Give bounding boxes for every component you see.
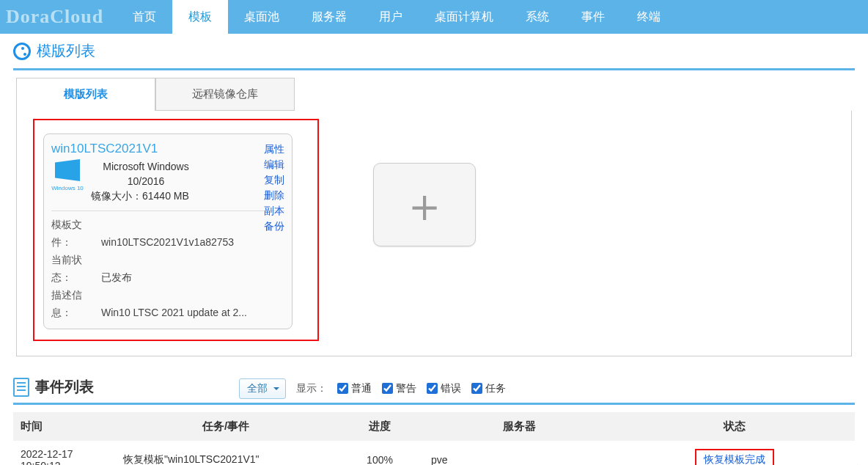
cell-progress: 100% xyxy=(336,441,424,465)
template-state: 已发布 xyxy=(101,271,132,283)
tab-template-list[interactable]: 模版列表 xyxy=(16,78,155,111)
template-name: win10LTSC2021V1 xyxy=(51,142,158,156)
filter-select[interactable]: 全部 xyxy=(239,378,286,399)
action-backup[interactable]: 备份 xyxy=(264,219,284,234)
action-edit[interactable]: 编辑 xyxy=(264,157,284,172)
cell-time: 2022-12-17 19:50:12 xyxy=(13,441,116,465)
nav-desktops[interactable]: 桌面计算机 xyxy=(419,0,510,34)
template-card[interactable]: win10LTSC2021V1 属性 编辑 复制 删除 副本 备份 Window… xyxy=(43,133,293,329)
checkbox-normal[interactable]: 普通 xyxy=(337,382,372,395)
action-properties[interactable]: 属性 xyxy=(264,142,284,157)
col-time: 时间 xyxy=(13,412,116,441)
template-desc: Win10 LTSC 2021 update at 2... xyxy=(101,307,247,318)
page-title: 模版列表 xyxy=(37,41,95,61)
nav-templates[interactable]: 模板 xyxy=(172,0,228,34)
col-status: 状态 xyxy=(614,412,855,441)
nav-desktop-pool[interactable]: 桌面池 xyxy=(228,0,295,34)
cell-task: 恢复模板"win10LTSC2021V1" xyxy=(116,441,336,465)
table-row[interactable]: 2022-12-17 19:50:12 恢复模板"win10LTSC2021V1… xyxy=(13,441,855,465)
nav-users[interactable]: 用户 xyxy=(363,0,419,34)
events-title: 事件列表 xyxy=(35,377,94,397)
tab-remote-repo[interactable]: 远程镜像仓库 xyxy=(155,78,295,111)
divider xyxy=(13,68,855,70)
nav-system[interactable]: 系统 xyxy=(510,0,565,34)
windows-icon: Windows 10 xyxy=(51,159,84,191)
events-table: 时间 任务/事件 进度 服务器 状态 2022-12-17 19:50:12 恢… xyxy=(13,412,855,465)
checkbox-error[interactable]: 错误 xyxy=(427,382,461,395)
action-delete[interactable]: 删除 xyxy=(264,188,284,203)
add-template-button[interactable]: ＋ xyxy=(373,163,476,246)
card-actions: 属性 编辑 复制 删除 副本 备份 xyxy=(264,142,284,234)
os-name: Microsoft Windows 10/2016 xyxy=(91,159,201,188)
nav-events[interactable]: 事件 xyxy=(565,0,621,34)
template-file: win10LTSC2021V1v1a82753 xyxy=(101,236,234,248)
action-replica[interactable]: 副本 xyxy=(264,203,284,219)
divider xyxy=(13,403,855,405)
image-size: 镜像大小：61440 MB xyxy=(91,188,201,203)
show-label: 显示： xyxy=(296,382,327,395)
cell-status: 恢复模板完成 xyxy=(614,441,855,465)
cell-server: pve xyxy=(424,441,614,465)
col-server: 服务器 xyxy=(424,412,614,441)
top-nav: DoraCloud 首页 模板 桌面池 服务器 用户 桌面计算机 系统 事件 终… xyxy=(0,0,868,34)
highlight-box: win10LTSC2021V1 属性 编辑 复制 删除 副本 备份 Window… xyxy=(33,119,319,341)
checkbox-task[interactable]: 任务 xyxy=(471,382,506,395)
nav-home[interactable]: 首页 xyxy=(117,0,172,34)
col-task: 任务/事件 xyxy=(116,412,336,441)
reel-icon xyxy=(13,43,31,60)
brand-logo: DoraCloud xyxy=(0,6,117,28)
nav-terminals[interactable]: 终端 xyxy=(621,0,677,34)
checkbox-warn[interactable]: 警告 xyxy=(382,382,416,395)
action-copy[interactable]: 复制 xyxy=(264,172,284,188)
col-progress: 进度 xyxy=(336,412,424,441)
document-icon xyxy=(13,378,29,397)
section-title: 模版列表 xyxy=(13,41,855,61)
nav-servers[interactable]: 服务器 xyxy=(295,0,363,34)
content-panel: win10LTSC2021V1 属性 编辑 复制 删除 副本 备份 Window… xyxy=(16,111,852,356)
